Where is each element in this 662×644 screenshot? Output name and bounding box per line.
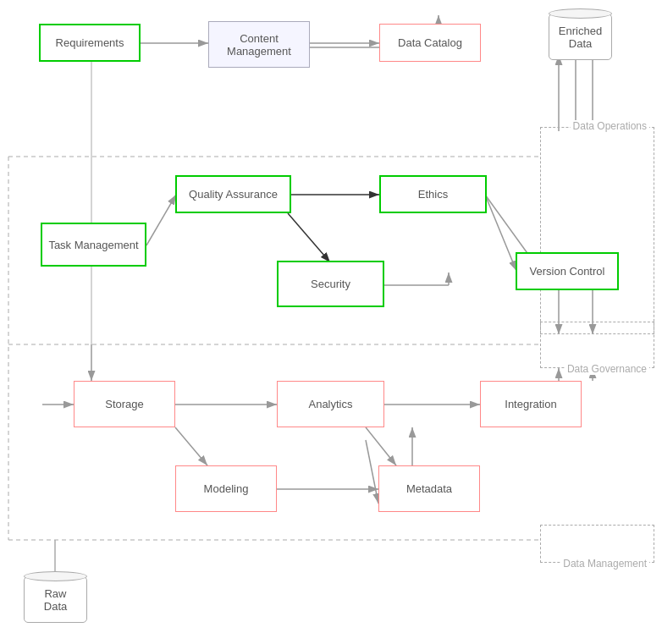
svg-line-13 xyxy=(288,213,330,262)
diagram-canvas: Data Operations Data Governance Data Man… xyxy=(0,0,662,644)
node-integration-label: Integration xyxy=(505,398,556,410)
region-data-governance-label: Data Governance xyxy=(565,363,649,375)
node-data-catalog-label: Data Catalog xyxy=(398,36,462,49)
node-modeling[interactable]: Modeling xyxy=(175,465,277,512)
node-task-management[interactable]: Task Management xyxy=(41,223,146,267)
node-ethics-label: Ethics xyxy=(418,188,448,201)
node-security[interactable]: Security xyxy=(277,261,384,307)
svg-line-11 xyxy=(146,195,176,245)
node-storage[interactable]: Storage xyxy=(74,381,175,427)
node-version-control-label: Version Control xyxy=(530,265,605,278)
node-metadata-label: Metadata xyxy=(406,482,452,495)
node-version-control[interactable]: Version Control xyxy=(516,252,619,290)
svg-line-15 xyxy=(485,195,516,271)
region-data-governance: Data Governance xyxy=(540,322,654,368)
raw-data-cylinder: RawData xyxy=(24,571,87,623)
region-data-management: Data Management xyxy=(540,525,654,563)
enriched-data-cylinder: EnrichedData xyxy=(549,8,612,60)
node-security-label: Security xyxy=(311,278,350,290)
node-integration[interactable]: Integration xyxy=(480,381,582,427)
region-data-operations-label: Data Operations xyxy=(571,120,649,132)
node-requirements-label: Requirements xyxy=(56,36,124,49)
node-analytics[interactable]: Analytics xyxy=(277,381,384,427)
node-requirements[interactable]: Requirements xyxy=(39,24,141,62)
node-storage-label: Storage xyxy=(105,398,144,410)
svg-line-31 xyxy=(366,440,378,504)
svg-line-29 xyxy=(366,427,396,465)
node-content-management-label: ContentManagement xyxy=(227,32,291,58)
node-data-catalog[interactable]: Data Catalog xyxy=(379,24,481,62)
svg-line-28 xyxy=(175,427,207,465)
node-modeling-label: Modeling xyxy=(204,482,249,495)
node-analytics-label: Analytics xyxy=(308,398,352,410)
node-task-management-label: Task Management xyxy=(48,239,138,251)
raw-data-label: RawData xyxy=(44,587,67,613)
node-ethics[interactable]: Ethics xyxy=(379,175,487,213)
enriched-data-label: EnrichedData xyxy=(559,25,602,50)
region-data-operations: Data Operations xyxy=(540,127,654,334)
region-data-management-label: Data Management xyxy=(560,558,649,570)
node-quality-assurance-label: Quality Assurance xyxy=(189,188,278,201)
node-content-management[interactable]: ContentManagement xyxy=(208,21,310,68)
node-metadata[interactable]: Metadata xyxy=(378,465,480,512)
node-quality-assurance[interactable]: Quality Assurance xyxy=(175,175,291,213)
